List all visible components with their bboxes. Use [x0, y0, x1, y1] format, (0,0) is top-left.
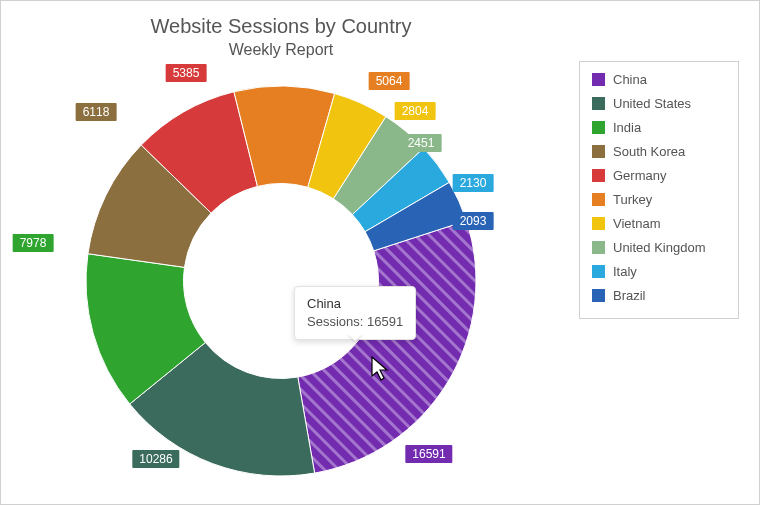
legend-item[interactable]: China	[592, 72, 726, 87]
data-label-germany: 5385	[166, 64, 207, 82]
chart-frame: Website Sessions by Country Weekly Repor…	[0, 0, 760, 505]
legend-item[interactable]: Turkey	[592, 192, 726, 207]
legend-item[interactable]: Germany	[592, 168, 726, 183]
tooltip-body: Sessions: 16591	[307, 313, 403, 331]
legend-label: Brazil	[613, 288, 646, 303]
legend-swatch	[592, 289, 605, 302]
legend-label: South Korea	[613, 144, 685, 159]
data-label-vietnam: 2804	[395, 102, 436, 120]
data-label-us: 10286	[132, 450, 179, 468]
tooltip-title: China	[307, 295, 403, 313]
legend-item[interactable]: United Kingdom	[592, 240, 726, 255]
legend-swatch	[592, 241, 605, 254]
legend-label: Turkey	[613, 192, 652, 207]
legend-swatch	[592, 121, 605, 134]
data-label-turkey: 5064	[369, 72, 410, 90]
data-label-italy: 2130	[453, 174, 494, 192]
legend-item[interactable]: South Korea	[592, 144, 726, 159]
legend-swatch	[592, 97, 605, 110]
data-label-china: 16591	[405, 445, 452, 463]
legend-swatch	[592, 73, 605, 86]
data-label-skorea: 6118	[76, 103, 117, 121]
legend-swatch	[592, 265, 605, 278]
donut-chart[interactable]: 16591 10286 7978 6118 5385 5064 2804 245…	[31, 61, 531, 491]
legend-label: United Kingdom	[613, 240, 706, 255]
data-label-india: 7978	[13, 234, 54, 252]
legend-label: Italy	[613, 264, 637, 279]
donut-slice[interactable]	[298, 221, 476, 473]
legend-label: United States	[613, 96, 691, 111]
chart-subtitle: Weekly Report	[1, 41, 561, 59]
chart-title: Website Sessions by Country	[1, 15, 561, 38]
data-label-brazil: 2093	[453, 212, 494, 230]
data-label-uk: 2451	[401, 134, 442, 152]
legend-label: China	[613, 72, 647, 87]
legend-item[interactable]: United States	[592, 96, 726, 111]
legend-item[interactable]: Vietnam	[592, 216, 726, 231]
legend-label: Germany	[613, 168, 666, 183]
legend-item[interactable]: Italy	[592, 264, 726, 279]
legend-label: Vietnam	[613, 216, 660, 231]
legend: ChinaUnited StatesIndiaSouth KoreaGerman…	[579, 61, 739, 319]
legend-swatch	[592, 145, 605, 158]
legend-swatch	[592, 169, 605, 182]
legend-item[interactable]: Brazil	[592, 288, 726, 303]
tooltip: China Sessions: 16591	[294, 286, 416, 340]
legend-swatch	[592, 217, 605, 230]
legend-label: India	[613, 120, 641, 135]
tooltip-metric-label: Sessions	[307, 314, 360, 329]
legend-item[interactable]: India	[592, 120, 726, 135]
legend-swatch	[592, 193, 605, 206]
tooltip-value: 16591	[367, 314, 403, 329]
